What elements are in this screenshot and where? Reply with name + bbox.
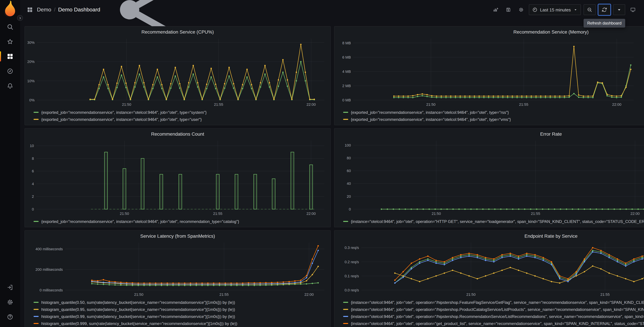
breadcrumb-separator: /: [54, 7, 56, 13]
search-minus-icon: [587, 7, 592, 12]
legend-swatch: [343, 221, 348, 222]
sidebar-spacer: [0, 93, 20, 280]
chart-service-latency[interactable]: 21:5021:5522:000 milliseconds200 millise…: [28, 240, 328, 298]
panel-recommendation-memory: Recommendation Service (Memory) 21:5021:…: [334, 26, 644, 125]
chart-recommendations-count[interactable]: 21:5021:5522:000246810: [28, 138, 328, 217]
svg-text:4 MB: 4 MB: [342, 70, 351, 74]
panel-legend: {exported_job="recommendationservice", i…: [28, 108, 328, 124]
add-panel-button[interactable]: [490, 4, 501, 15]
sidebar-item-configuration[interactable]: [0, 295, 20, 310]
question-icon: [7, 314, 14, 320]
chevron-right-icon: [18, 16, 22, 20]
panel-title[interactable]: Service Latency (from SpanMetrics): [28, 232, 328, 240]
breadcrumb-dashboard[interactable]: Demo Dashboard: [58, 7, 100, 13]
sidebar-item-help[interactable]: [0, 310, 20, 324]
sidebar-item-explore[interactable]: [0, 64, 20, 78]
time-range-picker-label: Last 15 minutes: [540, 7, 571, 12]
zoom-out-time-range-button[interactable]: [584, 4, 596, 15]
panel-title[interactable]: Recommendations Count: [28, 130, 328, 138]
save-icon: [506, 7, 511, 12]
legend-swatch: [343, 112, 348, 113]
chart-svg: 21:5021:5522:000.0 req/s0.1 req/s0.2 req…: [337, 240, 644, 298]
svg-text:6 MB: 6 MB: [342, 55, 351, 60]
svg-text:40: 40: [347, 182, 351, 186]
legend-item[interactable]: {instance="otelcol:9464", job="otel", op…: [343, 218, 644, 225]
panel-title[interactable]: Error Rate: [337, 130, 644, 138]
breadcrumb-folder[interactable]: Demo: [37, 7, 51, 13]
dashboard-settings-button[interactable]: [516, 4, 526, 15]
legend-item[interactable]: {instance="otelcol:9464", job="otel", op…: [343, 313, 644, 320]
panel-add-icon: [493, 7, 498, 12]
svg-text:0: 0: [349, 207, 351, 211]
caret-down-icon: [616, 7, 622, 12]
legend-item[interactable]: {exported_job="recommendationservice", i…: [34, 109, 328, 116]
svg-text:10%: 10%: [28, 79, 34, 83]
panel-service-latency: Service Latency (from SpanMetrics) 21:50…: [24, 230, 331, 327]
legend-item[interactable]: {exported_job="recommendationservice", i…: [34, 116, 328, 123]
chart-error-rate[interactable]: 21:5021:5522:00020406080100: [337, 138, 644, 217]
svg-text:0 MB: 0 MB: [342, 98, 351, 102]
legend-label: {instance="otelcol:9464", job="otel", op…: [351, 314, 644, 319]
svg-text:2: 2: [32, 194, 34, 198]
panel-legend: histogram_quantile(0.50, sum(rate(latenc…: [28, 298, 328, 327]
svg-text:21:50: 21:50: [134, 292, 143, 296]
sidebar-item-search[interactable]: [0, 20, 20, 34]
svg-text:21:50: 21:50: [122, 102, 131, 106]
sidebar-expand-button[interactable]: [17, 15, 23, 21]
svg-text:8: 8: [32, 156, 34, 161]
legend-swatch: [343, 119, 348, 120]
legend-item[interactable]: histogram_quantile(0.999, sum(rate(laten…: [34, 320, 328, 327]
panel-legend: {exported_job="recommendationservice", i…: [337, 108, 644, 124]
panel-legend: {exported_job="recommendationservice", i…: [28, 217, 328, 226]
grafana-logo-icon[interactable]: [0, 0, 20, 18]
header-actions: Last 15 minutes: [488, 4, 638, 15]
svg-text:21:55: 21:55: [600, 292, 610, 296]
sidebar-item-dashboards[interactable]: [0, 49, 20, 64]
legend-item[interactable]: histogram_quantile(0.95, sum(rate(latenc…: [34, 306, 328, 313]
svg-text:21:55: 21:55: [519, 102, 528, 106]
main-area: Demo / Demo Dashboard Last 15 minutes Re…: [20, 0, 644, 327]
apps-icon[interactable]: [27, 7, 33, 13]
time-range-picker-button[interactable]: Last 15 minutes: [529, 4, 581, 15]
sidebar-item-starred[interactable]: [0, 34, 20, 49]
legend-label: histogram_quantile(0.999, sum(rate(laten…: [41, 321, 238, 326]
svg-text:400 milliseconds: 400 milliseconds: [36, 247, 63, 251]
sidebar-nav-top: [0, 20, 20, 93]
chart-svg: 21:5021:5522:000246810: [28, 138, 328, 217]
legend-swatch: [34, 302, 38, 303]
legend-label: {exported_job="recommendationservice", i…: [351, 110, 509, 115]
svg-text:0: 0: [32, 207, 34, 211]
svg-text:21:50: 21:50: [432, 212, 441, 216]
legend-item[interactable]: {exported_job="recommendationservice", i…: [343, 116, 644, 123]
legend-label: {instance="otelcol:9464", job="otel", op…: [351, 219, 644, 224]
refresh-dashboard-button[interactable]: [598, 4, 610, 15]
sidebar: [0, 0, 20, 327]
panel-title[interactable]: Recommendation Service (CPU%): [28, 28, 328, 36]
legend-item[interactable]: {instance="otelcol:9464", job="otel", op…: [343, 299, 644, 306]
svg-text:30%: 30%: [28, 40, 34, 45]
svg-text:21:55: 21:55: [213, 212, 222, 216]
legend-item[interactable]: {exported_job="recommendationservice", i…: [343, 109, 644, 116]
legend-item[interactable]: histogram_quantile(0.99, sum(rate(latenc…: [34, 313, 328, 320]
sidebar-item-sign-in[interactable]: [0, 280, 20, 295]
legend-item[interactable]: {exported_job="recommendationservice", i…: [34, 218, 328, 225]
panel-title[interactable]: Recommendation Service (Memory): [337, 28, 644, 36]
legend-swatch: [34, 323, 38, 324]
tv-mode-button[interactable]: [628, 4, 638, 15]
svg-text:22:00: 22:00: [304, 292, 314, 296]
refresh-interval-picker-button[interactable]: [613, 4, 625, 15]
svg-text:21:55: 21:55: [531, 212, 540, 216]
chart-svg: 21:5021:5522:000%10%20%30%: [28, 36, 328, 108]
bell-icon: [7, 82, 14, 89]
legend-item[interactable]: histogram_quantile(0.50, sum(rate(latenc…: [34, 299, 328, 306]
panel-title[interactable]: Endpoint Rate by Service: [337, 232, 644, 240]
chart-recommendation-memory[interactable]: 21:5021:5522:000 MB2 MB4 MB6 MB8 MB: [337, 36, 644, 108]
legend-item[interactable]: {instance="otelcol:9464", job="otel", op…: [343, 320, 644, 327]
save-dashboard-button[interactable]: [503, 4, 514, 15]
sidebar-item-alerting[interactable]: [0, 78, 20, 93]
chart-recommendation-cpu[interactable]: 21:5021:5522:000%10%20%30%: [28, 36, 328, 108]
svg-text:100: 100: [345, 143, 351, 148]
chart-endpoint-rate[interactable]: 21:5021:5522:000.0 req/s0.1 req/s0.2 req…: [337, 240, 644, 298]
legend-label: {exported_job="recommendationservice", i…: [41, 117, 202, 122]
legend-item[interactable]: {instance="otelcol:9464", job="otel", op…: [343, 306, 644, 313]
